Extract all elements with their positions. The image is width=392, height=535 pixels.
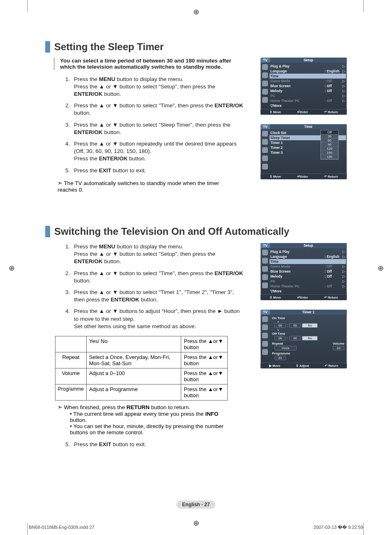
osd-category-icon bbox=[262, 131, 268, 137]
programme-value[interactable]: 01 bbox=[274, 356, 286, 360]
osd-hint-return: ↶ Return bbox=[325, 364, 338, 368]
reg-mark-left: ⊕ bbox=[7, 264, 16, 272]
osd-hint-move: ⇕ Move bbox=[270, 175, 281, 178]
on-yesno[interactable]: No bbox=[302, 323, 318, 328]
step: Press the ▲ or ▼ button to select "Time"… bbox=[71, 102, 244, 117]
osd-row[interactable]: Home Theater PC: Off▷ bbox=[270, 98, 345, 103]
osd-row[interactable]: Blue Screen: Off▷ bbox=[270, 269, 345, 274]
osd-category-icon bbox=[262, 349, 268, 355]
on-hour[interactable]: 00 bbox=[274, 323, 286, 328]
osd-category-icon bbox=[262, 139, 268, 145]
table-row: Repeat Select a Once, Everyday, Mon-Fri,… bbox=[55, 352, 228, 368]
osd-row[interactable]: Home Theater PC: Off▷ bbox=[270, 284, 345, 289]
osd-row[interactable]: Language: English▷ bbox=[270, 254, 345, 259]
osd-category-icon bbox=[262, 81, 268, 86]
dropdown-option[interactable]: 60 bbox=[321, 139, 338, 143]
osd-category-icon bbox=[262, 64, 268, 70]
osd-panel-setup2: TV Setup Plug & Play▷Language: English▷T… bbox=[261, 243, 347, 300]
sub-bullets: • The current time will appear every tim… bbox=[70, 411, 234, 435]
osd-category-icon bbox=[262, 341, 268, 347]
sleep-timer-dropdown[interactable]: Off306090120150180 bbox=[321, 130, 339, 160]
osd-title: Setup bbox=[270, 243, 347, 248]
osd-hint-move: ⇕ Move bbox=[270, 296, 281, 299]
note-standby: ➣ The TV automatically switches to stand… bbox=[58, 180, 226, 193]
dropdown-option[interactable]: 90 bbox=[321, 143, 338, 147]
dropdown-option[interactable]: 150 bbox=[321, 151, 338, 155]
label-programme: Programme bbox=[272, 352, 344, 355]
osd-hint-enter: ⏎Enter bbox=[297, 110, 308, 114]
crop-mark bbox=[27, 0, 28, 12]
osd-hint-enter: ⏎Enter bbox=[297, 175, 308, 178]
osd-panel-time: TV Time Clock Set:Sleep Timer:Timer 1:Ti… bbox=[261, 124, 347, 179]
note-return: ➣ When finished, press the RETURN button… bbox=[58, 404, 226, 411]
repeat-value[interactable]: Once bbox=[274, 346, 297, 350]
off-yesno[interactable]: No bbox=[302, 336, 318, 340]
osd-tv-badge: TV bbox=[261, 243, 270, 248]
osd-footer: ⇕ Move ⏎Enter ↶ Return bbox=[261, 174, 347, 179]
osd-title: Timer 1 bbox=[270, 310, 347, 315]
osd-row[interactable]: Melody: Off▷ bbox=[270, 274, 345, 279]
page-number-pill: English - 27 bbox=[176, 500, 215, 509]
osd-panel-timer1: TV Timer 1 On Time ▲ 00 bbox=[261, 310, 347, 368]
osd-row[interactable]: PC▷ bbox=[270, 279, 345, 284]
dropdown-option[interactable]: Off bbox=[321, 130, 338, 134]
up-caret-icon: ▲ bbox=[277, 320, 344, 323]
osd-hint-enter: ⏎Enter bbox=[297, 296, 308, 299]
osd-row[interactable]: ▽More bbox=[270, 103, 345, 108]
osd-row[interactable]: Game Mode: Off▷ bbox=[270, 264, 345, 269]
dropdown-option[interactable]: 120 bbox=[321, 147, 338, 151]
osd-category-icon bbox=[262, 258, 268, 264]
osd-hint-adjust: ⇕ Adjust bbox=[296, 364, 309, 368]
osd-hint-return: ↶ Return bbox=[324, 175, 338, 178]
osd-rows: Plug & Play▷Language: English▷Time▷Game … bbox=[270, 63, 347, 109]
osd-row[interactable]: Language: English▷ bbox=[270, 69, 345, 74]
osd-row[interactable]: Melody: Off▷ bbox=[270, 88, 345, 93]
step: Press the ▲ or ▼ button to select "Sleep… bbox=[71, 121, 244, 136]
on-min[interactable]: 00 bbox=[289, 323, 301, 328]
osd-title: Time bbox=[270, 124, 347, 129]
step: Press the MENU button to display the men… bbox=[71, 76, 244, 98]
step: Press the ▲ or ▼ button to select "Timer… bbox=[71, 289, 244, 303]
osd-category-icon bbox=[262, 274, 268, 280]
osd-title: Setup bbox=[270, 58, 347, 63]
osd-icon-rail bbox=[261, 248, 270, 294]
osd-row[interactable]: Time▷ bbox=[270, 74, 346, 79]
off-hour[interactable]: 00 bbox=[274, 336, 286, 340]
footer-stamp: 2007-03-13 �� 9:22:59 bbox=[314, 525, 363, 530]
step: Press the EXIT button to exit. bbox=[71, 441, 244, 448]
osd-row[interactable]: ▽More bbox=[270, 289, 345, 294]
off-min[interactable]: 00 bbox=[289, 336, 301, 340]
osd-row[interactable]: Blue Screen: Off▷ bbox=[270, 83, 345, 88]
label-repeat: Repeat bbox=[272, 342, 283, 345]
osd-row[interactable]: Plug & Play▷ bbox=[270, 64, 345, 69]
osd-category-icon bbox=[262, 283, 268, 288]
down-caret-icon: ▼ bbox=[277, 329, 344, 331]
osd-row[interactable]: PC▷ bbox=[270, 93, 345, 98]
step: Press the ▲ or ▼ button to select "Time"… bbox=[71, 270, 244, 285]
section-title-sleep-timer: Setting the Sleep Timer bbox=[45, 41, 347, 53]
crop-mark bbox=[27, 523, 28, 535]
dropdown-option[interactable]: 30 bbox=[321, 134, 338, 139]
timer-config-table: Yes/ No Press the ▲or▼ button Repeat Sel… bbox=[55, 336, 228, 401]
volume-value[interactable]: 10 bbox=[333, 346, 344, 350]
osd-row[interactable]: Plug & Play▷ bbox=[270, 249, 345, 254]
osd-footer: ⇕ Move ⏎Enter ↶ Return bbox=[261, 109, 347, 115]
osd-category-icon bbox=[262, 89, 268, 95]
osd-hint-return: ↶ Return bbox=[324, 296, 338, 299]
osd-icon-rail bbox=[261, 315, 270, 363]
osd-category-icon bbox=[262, 97, 268, 103]
dropdown-option[interactable]: 180 bbox=[321, 155, 338, 159]
section-title-auto-onoff: Switching the Television On and Off Auto… bbox=[45, 226, 347, 237]
osd-row[interactable]: Game Mode: Off▷ bbox=[270, 79, 345, 83]
reg-mark-top: ⊕ bbox=[192, 7, 200, 16]
steps-list-section2: Press the MENU button to display the men… bbox=[55, 243, 244, 330]
osd-row[interactable]: Time▷ bbox=[270, 259, 346, 264]
osd-category-icon bbox=[262, 250, 268, 255]
steps-list-section1: Press the MENU button to display the men… bbox=[55, 76, 244, 174]
footer-file: BN68-01186B-Eng-0309.indd 27 bbox=[29, 525, 95, 530]
label-volume: Volume bbox=[333, 342, 344, 345]
osd-hint-move: ▶ Move bbox=[269, 364, 280, 368]
osd-category-icon bbox=[262, 333, 268, 338]
osd-category-icon bbox=[262, 164, 268, 169]
osd-category-icon bbox=[262, 316, 268, 322]
